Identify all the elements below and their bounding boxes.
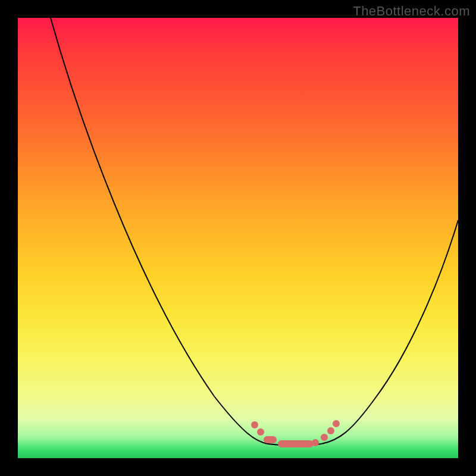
chart-container: TheBottleneck.com (0, 0, 476, 476)
watermark-text: TheBottleneck.com (353, 4, 470, 19)
plot-area (18, 18, 458, 458)
svg-rect-3 (278, 440, 314, 447)
svg-point-7 (333, 420, 340, 427)
svg-rect-2 (264, 436, 277, 443)
curve-left (51, 18, 268, 444)
svg-point-4 (312, 439, 319, 446)
svg-point-0 (251, 421, 258, 428)
svg-point-5 (321, 434, 328, 441)
curve-right (321, 220, 458, 444)
svg-point-1 (257, 428, 264, 436)
highlight-markers (251, 420, 340, 447)
curve-svg (18, 18, 458, 458)
svg-point-6 (327, 427, 334, 434)
curve-bottom (268, 444, 321, 446)
